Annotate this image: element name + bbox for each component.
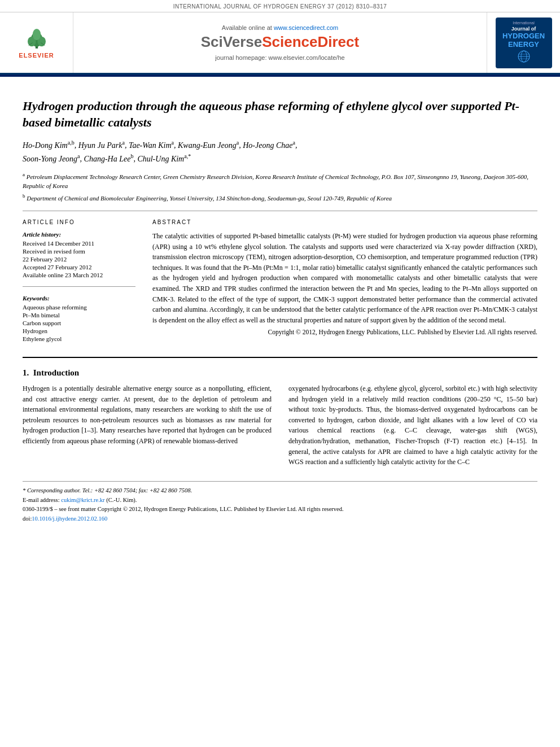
history-block: Article history: Received 14 December 20…	[23, 231, 135, 278]
history-label: Article history:	[23, 231, 135, 238]
journal-header: ELSEVIER Available online at www.science…	[0, 12, 560, 75]
intro-left-col: Hydrogen is a potentially desirable alte…	[23, 383, 272, 468]
keyword-4: Hydrogen	[23, 327, 135, 334]
affiliation-b: b Department of Chemical and Biomolecula…	[23, 193, 537, 203]
main-section-divider	[23, 357, 537, 358]
email-line: E-mail address: cukim@krict.re.kr (C.-U.…	[23, 496, 537, 505]
available-online: Available online 23 March 2012	[23, 272, 135, 278]
section-title-text: Introduction	[33, 368, 79, 377]
article-info-header: ARTICLE INFO	[23, 219, 135, 225]
affiliations-block: a Petroleum Displacement Technology Rese…	[23, 171, 537, 203]
journal-logo-right: International Journal of HYDROGENENERGY	[487, 12, 560, 73]
keyword-1: Aqueous phase reforming	[23, 304, 135, 311]
hydrogen-energy-badge: International Journal of HYDROGENENERGY	[496, 18, 552, 68]
sciencedirect-url[interactable]: www.sciencedirect.com	[274, 24, 338, 31]
elsevier-brand-text: ELSEVIER	[19, 52, 54, 59]
badge-text: International Journal of HYDROGENENERGY	[500, 18, 547, 67]
journal-topbar: INTERNATIONAL JOURNAL OF HYDROGEN ENERGY…	[0, 0, 560, 12]
available-online-text: Available online at www.sciencedirect.co…	[222, 24, 338, 31]
article-info-col: ARTICLE INFO Article history: Received 1…	[23, 219, 135, 343]
section-number: 1.	[23, 368, 29, 377]
info-abstract-section: ARTICLE INFO Article history: Received 1…	[23, 219, 537, 343]
introduction-section: 1. Introduction Hydrogen is a potentiall…	[23, 368, 537, 468]
main-content: Hydrogen production through the aqueous …	[0, 77, 560, 535]
doi-line: doi:10.1016/j.ijhydene.2012.02.160	[23, 514, 537, 524]
journal-citation: INTERNATIONAL JOURNAL OF HYDROGEN ENERGY…	[173, 3, 387, 10]
badge-globe-icon	[507, 49, 541, 63]
keywords-label: Keywords:	[23, 295, 135, 302]
intro-right-col: oxygenated hydrocarbons (e.g. ethylene g…	[288, 383, 537, 468]
intro-section-title: 1. Introduction	[23, 368, 537, 378]
keyword-5: Ethylene glycol	[23, 335, 135, 342]
section-divider-1	[23, 211, 537, 211]
received-1: Received 14 December 2011	[23, 240, 135, 247]
received-2b: 22 February 2012	[23, 256, 135, 263]
doi-link[interactable]: 10.1016/j.ijhydene.2012.02.160	[32, 516, 107, 522]
sciencedirect-brand: ScienceDirect	[262, 33, 359, 50]
elsevier-logo-block: ELSEVIER	[0, 12, 73, 73]
received-2: Received in revised form	[23, 248, 135, 255]
keyword-3: Carbon support	[23, 320, 135, 326]
sciverse-text: SciVerse	[201, 33, 262, 50]
intro-two-col: Hydrogen is a potentially desirable alte…	[23, 383, 537, 468]
corresponding-note: * Corresponding author. Tel.: +82 42 860…	[23, 486, 537, 496]
issn-line: 0360-3199/$ – see front matter Copyright…	[23, 505, 537, 514]
elsevier-tree-icon	[20, 27, 54, 50]
page-footer: * Corresponding author. Tel.: +82 42 860…	[23, 481, 537, 524]
affiliation-a: a Petroleum Displacement Technology Rese…	[23, 171, 537, 191]
abstract-header: ABSTRACT	[152, 219, 537, 225]
authors-line: Ho-Dong Kima,b, Hyun Ju Parka, Tae-Wan K…	[23, 138, 537, 165]
info-divider	[23, 286, 135, 287]
abstract-col: ABSTRACT The catalytic activities of sup…	[152, 219, 537, 343]
article-title: Hydrogen production through the aqueous …	[23, 98, 537, 130]
keywords-block: Keywords: Aqueous phase reforming Pt–Mn …	[23, 295, 135, 342]
sciencedirect-center: Available online at www.sciencedirect.co…	[73, 12, 487, 73]
intro-left-text: Hydrogen is a potentially desirable alte…	[23, 383, 272, 447]
abstract-text: The catalytic activities of supported Pt…	[152, 231, 537, 325]
email-link[interactable]: cukim@krict.re.kr	[61, 497, 104, 503]
keyword-2: Pt–Mn bimetal	[23, 312, 135, 318]
accepted: Accepted 27 February 2012	[23, 264, 135, 270]
svg-point-4	[32, 28, 41, 40]
abstract-copyright: Copyright © 2012, Hydrogen Energy Public…	[152, 329, 537, 335]
sciencedirect-logo: SciVerseScienceDirect	[201, 33, 359, 51]
intro-right-text: oxygenated hydrocarbons (e.g. ethylene g…	[288, 383, 537, 468]
journal-homepage-text: journal homepage: www.elsevier.com/locat…	[215, 54, 344, 61]
